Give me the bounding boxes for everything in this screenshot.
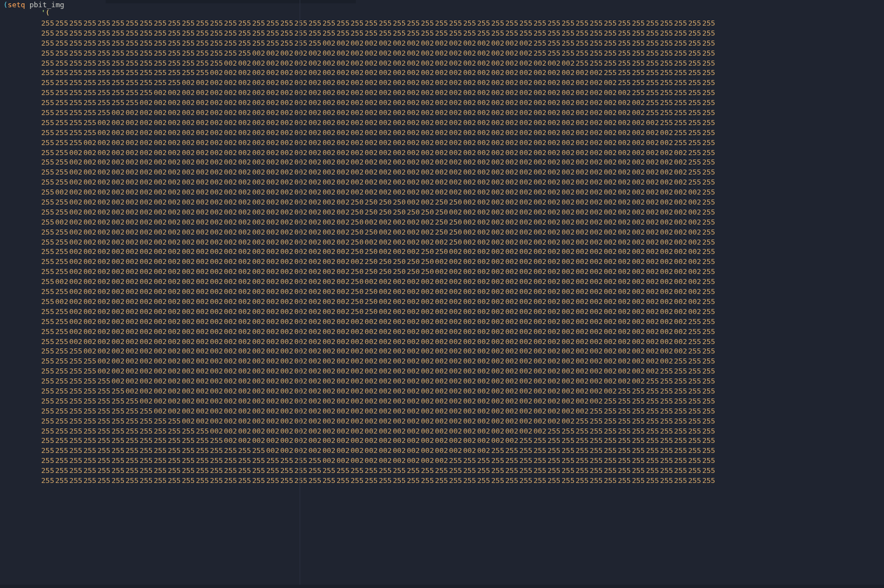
num-token: 002: [491, 376, 505, 386]
num-token: 255: [55, 376, 69, 386]
num-token: 255: [674, 118, 688, 128]
num-token: 255: [41, 317, 55, 327]
num-token: 002: [604, 346, 618, 356]
num-token: 002: [182, 187, 196, 197]
num-token: 250: [421, 267, 435, 277]
num-token: 255: [55, 108, 69, 118]
num-token: 002: [238, 78, 252, 88]
num-token: 002: [393, 297, 406, 307]
num-token: 002: [252, 108, 266, 118]
num-token: 255: [266, 28, 280, 38]
num-token: 002: [491, 307, 505, 317]
num-token: 002: [280, 346, 294, 356]
editor-bottom-bar: [0, 585, 884, 588]
num-token: 255: [660, 446, 674, 456]
num-token: 255: [41, 287, 55, 297]
num-token: 002: [575, 307, 589, 317]
num-token: 002: [336, 297, 350, 307]
num-token: 002: [309, 406, 322, 416]
num-token: 002: [519, 277, 533, 287]
num-token: 002: [449, 257, 463, 267]
num-token: 255: [126, 476, 140, 486]
num-token: 002: [604, 177, 618, 187]
num-token: 002: [575, 177, 589, 187]
num-token: 002: [351, 356, 365, 366]
num-token: 002: [140, 118, 153, 128]
num-token: 002: [674, 247, 688, 257]
num-token: 002: [632, 157, 645, 167]
num-token: 002: [224, 396, 238, 406]
data-row: 2552552552552552552552552552552552552552…: [41, 456, 716, 466]
num-token: 002: [449, 346, 463, 356]
num-token: 250: [379, 207, 393, 217]
num-token: 255: [548, 456, 562, 466]
num-token: 002: [336, 426, 350, 436]
num-token: 002: [407, 197, 421, 207]
num-token: 002: [463, 267, 477, 277]
num-token: 255: [196, 68, 210, 78]
num-token: 002: [674, 217, 688, 227]
num-token: 002: [83, 167, 97, 177]
num-token: 002: [111, 118, 125, 128]
num-token: 255: [210, 28, 224, 38]
num-token: 002: [224, 98, 238, 108]
num-token: 002: [294, 247, 308, 257]
num-token: 255: [238, 466, 252, 476]
data-row: 2552550020020020020020020020020020020020…: [41, 148, 716, 158]
num-token: 002: [238, 88, 252, 98]
num-token: 002: [168, 177, 182, 187]
num-token: 255: [69, 58, 83, 68]
num-token: 002: [477, 217, 491, 227]
num-token: 002: [168, 237, 182, 247]
num-token: 002: [69, 317, 83, 327]
num-token: 002: [280, 446, 294, 456]
num-token: 002: [393, 436, 406, 446]
num-token: 002: [126, 177, 140, 187]
num-token: 002: [505, 327, 519, 337]
num-token: 255: [126, 68, 140, 78]
num-token: 255: [83, 456, 97, 466]
num-token: 002: [238, 108, 252, 118]
num-token: 002: [252, 307, 266, 317]
num-token: 002: [590, 78, 604, 88]
num-token: 002: [224, 157, 238, 167]
num-token: 255: [575, 48, 589, 58]
num-token: 002: [618, 267, 632, 277]
num-token: 002: [604, 337, 618, 347]
num-token: 002: [294, 406, 308, 416]
num-token: 255: [140, 476, 153, 486]
num-token: 255: [83, 98, 97, 108]
num-token: 002: [590, 396, 604, 406]
num-token: 002: [407, 118, 421, 128]
num-token: 255: [674, 416, 688, 426]
num-token: 002: [196, 187, 210, 197]
num-token: 002: [505, 346, 519, 356]
num-token: 002: [463, 227, 477, 237]
num-token: 002: [238, 337, 252, 347]
num-token: 255: [702, 287, 716, 297]
num-token: 255: [97, 396, 111, 406]
num-token: 002: [210, 98, 224, 108]
num-token: 002: [153, 317, 167, 327]
num-token: 002: [533, 197, 547, 207]
num-token: 002: [604, 297, 618, 307]
num-token: 002: [266, 138, 280, 148]
num-token: 002: [168, 346, 182, 356]
code-editor[interactable]: (setq pbit_img '( 2552552552552552552552…: [0, 0, 884, 588]
num-token: 002: [309, 88, 322, 98]
num-token: 250: [365, 207, 379, 217]
num-token: 255: [153, 466, 167, 476]
num-token: 002: [196, 88, 210, 98]
num-token: 002: [407, 128, 421, 138]
num-token: 002: [533, 148, 547, 158]
num-token: 002: [224, 217, 238, 227]
num-token: 002: [604, 138, 618, 148]
num-token: 255: [674, 476, 688, 486]
num-token: 002: [97, 257, 111, 267]
num-token: 002: [309, 386, 322, 396]
num-token: 002: [168, 337, 182, 347]
num-token: 002: [618, 148, 632, 158]
num-token: 002: [309, 227, 322, 237]
num-token: 002: [168, 317, 182, 327]
num-token: 002: [491, 177, 505, 187]
